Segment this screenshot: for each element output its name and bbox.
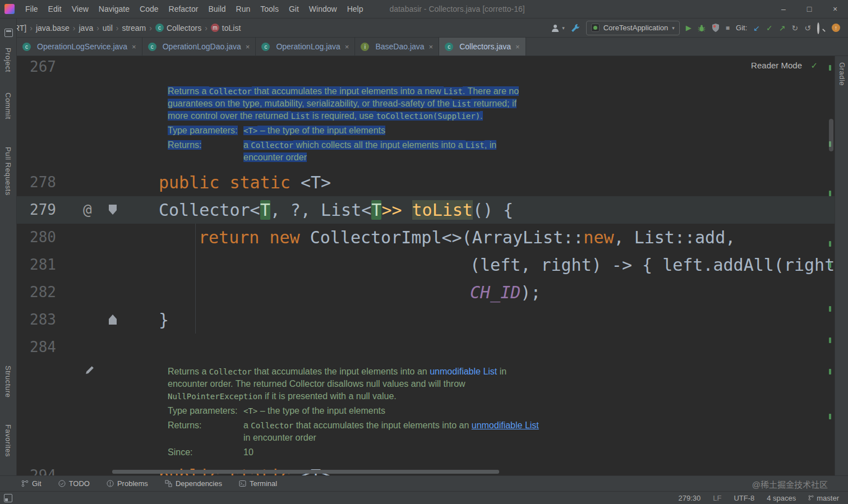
git-update-icon[interactable]: ↙ [753,24,760,32]
tab-operationlogservice[interactable]: c OperationLogService.java × [17,38,142,56]
tab-operationlogdao[interactable]: c OperationLogDao.java × [142,38,256,56]
doc-since-value: 10 [243,446,254,459]
code-line-278[interactable]: public static <T> [159,169,331,196]
sidebar-item-pull-requests[interactable]: Pull Requests [4,147,12,196]
search-icon[interactable] [817,24,826,32]
menu-git[interactable]: Git [284,0,304,18]
breadcrumb-separator: › [70,24,79,33]
run-button[interactable]: ▶ [686,24,692,32]
breadcrumb-stream[interactable]: stream [122,24,146,33]
toolwindow-toggle-icon[interactable] [4,494,12,502]
breadcrumb-java[interactable]: java [79,24,93,33]
tab-operationlog[interactable]: c OperationLog.java × [256,38,355,56]
line-number: 282 [24,279,56,306]
todo-icon [58,480,66,487]
tab-basedao[interactable]: i BaseDao.java × [355,38,439,56]
code-row[interactable]: 284 [17,334,835,361]
breadcrumb-collectors[interactable]: Collectors [167,24,201,33]
terminal-icon [239,480,246,487]
menu-help[interactable]: Help [342,0,368,18]
menu-window[interactable]: Window [304,0,342,18]
breadcrumb-java-base[interactable]: java.base [36,24,70,33]
menu-build[interactable]: Build [203,0,231,18]
code-row[interactable]: 280 return new CollectorImpl<>(ArrayList… [17,224,835,251]
git-branch-widget[interactable]: master [808,494,839,502]
git-commit-icon[interactable]: ✓ [766,24,773,32]
tab-label: Collectors.java [459,42,511,51]
code-line-279[interactable]: Collector<T, ?, List<T>> toList() { [159,196,513,224]
close-icon[interactable]: × [429,43,434,51]
sidebar-item-commit[interactable]: Commit [4,93,12,119]
build-wrench-icon[interactable] [571,24,580,33]
toolwindow-label: Dependencies [176,479,222,488]
code-row[interactable]: 282 CH_ID); [17,279,835,306]
code-row[interactable]: 281 (left, right) -> { left.addAll(right… [17,251,835,279]
doc-paragraph-line: encounter order. The returned Collector … [168,378,466,390]
code-line-281[interactable]: (left, right) -> { left.addAll(right) [470,251,835,279]
debug-bug-icon[interactable] [698,24,706,32]
vertical-scrollbar-thumb[interactable] [829,119,833,151]
code-row-current[interactable]: 279 @ Collector<T, ?, List<T>> toList() … [17,196,835,224]
close-icon[interactable]: × [246,43,250,51]
edit-pencil-icon[interactable] [84,364,95,376]
indent-indicator[interactable]: 4 spaces [767,494,796,502]
menu-view[interactable]: View [67,0,94,18]
menu-file[interactable]: File [20,0,43,18]
caret-position[interactable]: 279:30 [678,494,700,502]
git-push-icon[interactable]: ↗ [779,24,786,32]
window-minimize-button[interactable]: – [771,0,796,19]
doc-returns-value[interactable]: a Collector that accumulates the input e… [243,419,539,432]
vcs-change-marker [829,306,831,312]
git-rollback-icon[interactable]: ↺ [804,24,811,32]
menu-run[interactable]: Run [231,0,256,18]
line-number: 284 [24,334,56,361]
code-line-282[interactable]: CH_ID); [470,279,541,306]
sidebar-item-structure[interactable]: Structure [4,366,12,397]
toolwindow-problems[interactable]: Problems [107,479,148,488]
window-maximize-button[interactable]: □ [796,0,822,19]
toolwindow-dependencies[interactable]: Dependencies [165,479,222,488]
close-icon[interactable]: × [132,43,136,51]
toolwindow-terminal[interactable]: Terminal [239,479,277,488]
close-icon[interactable]: × [345,43,349,51]
line-ending-indicator[interactable]: LF [713,494,721,502]
breadcrumb-util[interactable]: util [103,24,113,33]
profile-icon[interactable]: ▾ [552,24,565,32]
fold-region-start-icon[interactable] [109,205,117,215]
git-history-icon[interactable]: ↻ [792,24,799,32]
window-close-button[interactable]: × [822,0,848,19]
toolwindow-label: TODO [69,479,90,488]
stop-button[interactable]: ■ [726,24,730,32]
encoding-indicator[interactable]: UTF-8 [734,494,754,502]
branch-name: master [817,494,839,502]
doc-returns-label: Returns: [168,419,201,432]
vcs-change-marker [829,65,831,71]
doc-type-params-label: Type parameters: [168,405,238,417]
menu-tools[interactable]: Tools [255,0,284,18]
menu-code[interactable]: Code [135,0,163,18]
close-icon[interactable]: × [515,43,520,51]
code-row[interactable]: 278 public static <T> [17,169,835,196]
toolwindow-git[interactable]: Git [21,479,42,488]
code-line-283[interactable]: } [159,306,169,334]
menu-refactor[interactable]: Refactor [164,0,204,18]
fold-region-end-icon[interactable] [109,315,117,325]
code-editor[interactable]: Reader Mode ✓ 267 Returns a Collector th… [17,56,835,475]
project-window-icon[interactable] [4,29,13,37]
tab-collectors-active[interactable]: c Collectors.java × [439,38,526,56]
horizontal-scrollbar-thumb[interactable] [112,470,499,474]
menu-edit[interactable]: Edit [43,0,67,18]
code-line-280[interactable]: return new CollectorImpl<>(ArrayList::ne… [199,224,735,251]
sidebar-item-gradle[interactable]: Gradle [838,62,846,86]
breadcrumb-tolist[interactable]: toList [222,24,241,33]
code-row[interactable]: 267 [17,56,835,81]
coverage-shield-icon[interactable] [712,24,720,32]
code-row[interactable]: 283 } [17,306,835,334]
toolwindow-todo[interactable]: TODO [58,479,90,488]
line-number: 279 [24,196,56,224]
run-configuration-select[interactable]: CoreTestApplication ▾ [586,21,680,35]
menu-navigate[interactable]: Navigate [94,0,135,18]
sidebar-item-project[interactable]: Project [4,48,12,72]
sidebar-item-favorites[interactable]: Favorites [4,424,12,457]
ide-update-icon[interactable]: ↑ [832,24,840,32]
